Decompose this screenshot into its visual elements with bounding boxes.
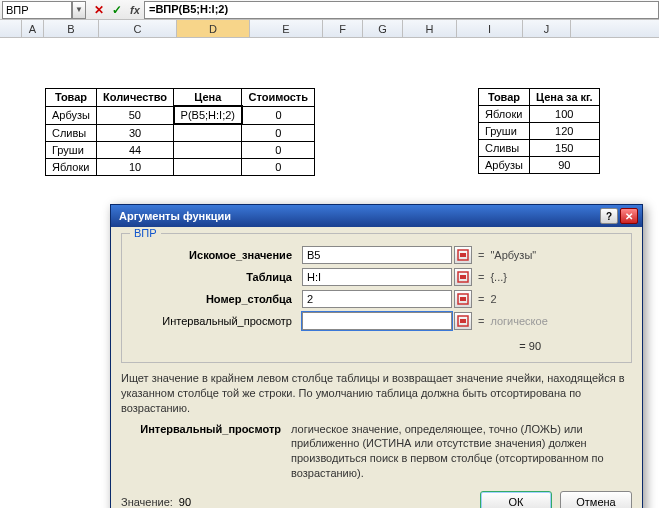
col-header-E[interactable]: E [250, 20, 323, 37]
col-header-B[interactable]: B [44, 20, 99, 37]
collapse-dialog-icon[interactable] [454, 268, 472, 286]
fx-icon[interactable]: fx [126, 1, 144, 19]
formula-bar: ▼ ✕ ✓ fx =ВПР(B5;H:I;2) [0, 0, 659, 20]
arg-input-lookup[interactable] [302, 246, 452, 264]
result-label: Значение: [121, 496, 173, 508]
worksheet[interactable]: Товар Количество Цена Стоимость Арбузы 5… [0, 38, 659, 42]
col-header-A[interactable]: A [22, 20, 44, 37]
table-row: Груши 44 0 [46, 141, 315, 158]
main-table: Товар Количество Цена Стоимость Арбузы 5… [45, 88, 315, 176]
collapse-dialog-icon[interactable] [454, 312, 472, 330]
active-cell[interactable]: Р(B5;H:I;2) [174, 106, 242, 124]
table-row: Яблоки 100 [479, 106, 600, 123]
arg-eval-lookup: "Арбузы" [490, 249, 536, 261]
table-row: Сливы 150 [479, 140, 600, 157]
col-header-J[interactable]: J [523, 20, 571, 37]
col-header-I[interactable]: I [457, 20, 523, 37]
hdr-tovar2: Товар [479, 89, 530, 106]
intermediate-result: = 90 [132, 334, 621, 356]
collapse-dialog-icon[interactable] [454, 246, 472, 264]
col-header-D[interactable]: D [177, 20, 250, 37]
close-button[interactable]: ✕ [620, 208, 638, 224]
hdr-qty: Количество [96, 89, 173, 107]
collapse-dialog-icon[interactable] [454, 290, 472, 308]
table-row: Груши 120 [479, 123, 600, 140]
param-description: Интервальный_просмотр логическое значени… [121, 422, 632, 481]
price-table: Товар Цена за кг. Яблоки 100 Груши 120 С… [478, 88, 600, 174]
hdr-tovar: Товар [46, 89, 97, 107]
arg-eval-range: логическое [490, 315, 547, 327]
svg-rect-3 [460, 275, 466, 279]
function-description: Ищет значение в крайнем левом столбце та… [121, 371, 632, 416]
table-row: Сливы 30 0 [46, 124, 315, 141]
result-value: 90 [179, 496, 191, 508]
table-row: Арбузы 50 Р(B5;H:I;2) 0 [46, 106, 315, 124]
dialog-title: Аргументы функции [115, 210, 598, 222]
function-arguments-dialog: Аргументы функции ? ✕ ВПР Искомое_значен… [110, 204, 643, 508]
arg-input-table[interactable] [302, 268, 452, 286]
arg-input-range[interactable] [302, 312, 452, 330]
svg-rect-5 [460, 297, 466, 301]
column-headers: A B C D E F G H I J [0, 20, 659, 38]
arg-eval-table: {...} [490, 271, 507, 283]
function-name-label: ВПР [130, 227, 161, 239]
cancel-formula-icon[interactable]: ✕ [90, 1, 108, 19]
name-box-dropdown[interactable]: ▼ [72, 1, 86, 19]
arg-label-col: Номер_столбца [206, 293, 292, 305]
svg-rect-7 [460, 319, 466, 323]
arg-label-table: Таблица [246, 271, 292, 283]
arg-label-lookup: Искомое_значение [189, 249, 292, 261]
table-row: Яблоки 10 0 [46, 158, 315, 175]
hdr-ppkg: Цена за кг. [529, 89, 599, 106]
svg-rect-1 [460, 253, 466, 257]
ok-button[interactable]: ОК [480, 491, 552, 508]
hdr-cost: Стоимость [242, 89, 315, 107]
col-header-H[interactable]: H [403, 20, 457, 37]
col-header-F[interactable]: F [323, 20, 363, 37]
hdr-price: Цена [174, 89, 242, 107]
argument-group: ВПР Искомое_значение = "Арбузы" Таблица … [121, 233, 632, 363]
col-header-G[interactable]: G [363, 20, 403, 37]
col-header-C[interactable]: C [99, 20, 177, 37]
name-box[interactable] [2, 1, 72, 19]
cancel-button[interactable]: Отмена [560, 491, 632, 508]
arg-eval-col: 2 [490, 293, 496, 305]
table-row: Арбузы 90 [479, 157, 600, 174]
formula-input[interactable]: =ВПР(B5;H:I;2) [144, 1, 659, 19]
help-button[interactable]: ? [600, 208, 618, 224]
arg-input-col[interactable] [302, 290, 452, 308]
dialog-titlebar[interactable]: Аргументы функции ? ✕ [111, 205, 642, 227]
arg-label-range: Интервальный_просмотр [132, 315, 302, 327]
accept-formula-icon[interactable]: ✓ [108, 1, 126, 19]
